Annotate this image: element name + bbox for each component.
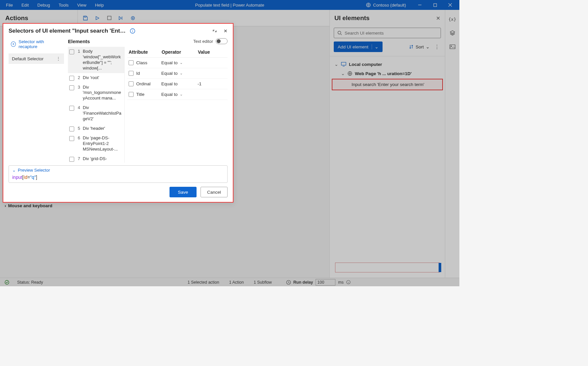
chevron-down-icon: ⌄ [180, 71, 183, 75]
variables-icon[interactable]: {x} [449, 15, 456, 23]
status-selected: 1 Selected action [188, 280, 219, 285]
sort-icon [409, 44, 414, 49]
element-checkbox[interactable] [69, 76, 74, 81]
menu-view[interactable]: View [77, 3, 86, 8]
svg-rect-12 [450, 45, 455, 49]
svg-point-14 [338, 31, 341, 34]
attribute-row[interactable]: Id Equal to ⌄ [127, 68, 228, 79]
element-index: 7 [77, 156, 80, 161]
elements-list[interactable]: 1 Body 'window["_webWorkerBundle"] = "";… [68, 47, 125, 163]
preview-selector-code: input[Id="q"] [12, 173, 224, 181]
tree-webpage-label: Web Page 'h ... uration=1D' [355, 71, 412, 76]
element-row[interactable]: 5 Div 'header' [68, 124, 124, 133]
tree-webpage[interactable]: ⌄ Web Page 'h ... uration=1D' [330, 69, 445, 78]
element-row[interactable]: 6 Div 'page-DS-EntryPoint1-2 MSNewsLayou… [68, 133, 124, 154]
element-row[interactable]: 2 Div 'root' [68, 73, 124, 83]
dialog-title: Selectors of UI element "Input search 'E… [9, 28, 127, 34]
toggle-switch[interactable] [216, 38, 228, 44]
element-row[interactable]: 7 Div 'grid-DS- [68, 154, 124, 163]
element-checkbox[interactable] [69, 127, 74, 131]
element-checkbox[interactable] [69, 157, 74, 162]
step-icon[interactable] [118, 15, 124, 21]
element-checkbox[interactable] [69, 136, 74, 141]
element-label: Body 'window["_webWorkerBundle"] = ""; w… [83, 49, 123, 71]
tree-root[interactable]: ⌄ Local computer [330, 60, 445, 69]
element-label: Div 'root' [83, 75, 123, 81]
run-icon[interactable] [94, 15, 100, 21]
stop-icon[interactable] [106, 15, 112, 21]
attribute-checkbox[interactable] [129, 71, 134, 76]
clock-icon [286, 280, 291, 285]
menu-tools[interactable]: Tools [59, 3, 69, 8]
expand-icon[interactable] [212, 29, 217, 33]
minimize-button[interactable] [413, 0, 426, 10]
run-delay-input[interactable]: 100 [316, 279, 335, 286]
menu-file[interactable]: File [6, 3, 13, 8]
attribute-row[interactable]: Class Equal to ⌄ [127, 58, 228, 68]
environment-icon [366, 2, 371, 8]
element-label: Div 'page-DS-EntryPoint1-2 MSNewsLayout-… [83, 135, 123, 152]
preview-selector-toggle[interactable]: ⌄ Preview Selector [12, 168, 224, 173]
sort-button[interactable]: Sort ⌄ [409, 44, 430, 49]
attr-col-attribute: Attribute [129, 49, 162, 55]
attribute-value[interactable]: -1 [198, 81, 226, 86]
attribute-operator[interactable]: Equal to ⌄ [161, 71, 198, 76]
search-icon [337, 31, 342, 35]
search-ui-elements[interactable] [334, 28, 441, 38]
save-button[interactable]: Save [170, 187, 197, 197]
element-row[interactable]: 3 Div 'msn_logomsnmoneyAccount mana... [68, 83, 124, 103]
element-index: 6 [77, 135, 80, 140]
selector-with-recapture-button[interactable]: + Selector with recapture [9, 36, 64, 52]
add-ui-element-button[interactable]: Add UI element ⌄ [334, 42, 383, 52]
menubar: File Edit Debug Tools View Help [6, 3, 104, 8]
elements-heading: Elements [68, 39, 90, 44]
images-icon[interactable] [449, 43, 456, 51]
svg-text:i: i [348, 281, 349, 284]
element-checkbox[interactable] [69, 85, 74, 90]
attribute-checkbox[interactable] [129, 81, 134, 86]
close-window-button[interactable] [444, 0, 457, 10]
run-delay-label: Run delay [294, 280, 313, 285]
element-row[interactable]: 4 Div 'FinanceWatchlistPageV2' [68, 103, 124, 124]
menu-edit[interactable]: Edit [21, 3, 29, 8]
more-icon[interactable]: ⋮ [56, 56, 61, 61]
menu-help[interactable]: Help [95, 3, 104, 8]
menu-debug[interactable]: Debug [37, 3, 50, 8]
attribute-operator[interactable]: Equal to [161, 81, 198, 86]
info-icon[interactable]: i [130, 28, 135, 34]
tree-selected-label: Input search 'Enter your search term' [352, 82, 424, 87]
save-icon[interactable] [82, 15, 88, 21]
record-icon[interactable] [130, 15, 136, 21]
environment-picker[interactable]: Contoso (default) [366, 2, 406, 8]
text-editor-toggle[interactable]: Text editor [193, 38, 228, 44]
maximize-button[interactable] [428, 0, 442, 10]
attr-col-value: Value [198, 49, 226, 55]
ui-elements-icon[interactable] [449, 29, 456, 37]
attribute-checkbox[interactable] [129, 92, 134, 97]
search-ui-input[interactable] [345, 31, 437, 36]
preview-selector-label: Preview Selector [18, 168, 50, 173]
attribute-row[interactable]: Title Equal to ⌄ [127, 89, 228, 100]
element-checkbox[interactable] [69, 106, 74, 111]
default-selector-item[interactable]: Default Selector ⋮ [9, 53, 64, 64]
element-index: 3 [77, 85, 80, 90]
attribute-checkbox[interactable] [129, 60, 134, 65]
actions-panel-title: Actions [0, 14, 77, 22]
close-dialog-button[interactable]: ✕ [224, 28, 228, 34]
tree-selected-element[interactable]: Input search 'Enter your search term' [332, 79, 443, 90]
chevron-down-icon[interactable]: ⌄ [372, 44, 379, 49]
close-panel-button[interactable]: ✕ [436, 15, 440, 21]
attribute-operator[interactable]: Equal to ⌄ [161, 92, 198, 97]
attribute-operator[interactable]: Equal to ⌄ [161, 60, 198, 65]
more-options-button[interactable]: ⋮ [433, 44, 441, 50]
info-icon[interactable]: i [346, 280, 351, 284]
attribute-name: Class [136, 60, 161, 65]
cancel-button[interactable]: Cancel [201, 187, 228, 197]
actions-category[interactable]: › Mouse and keyboard [5, 203, 52, 208]
attribute-row[interactable]: Ordinal Equal to -1 [127, 79, 228, 89]
attribute-name: Title [136, 92, 161, 97]
element-checkbox[interactable] [69, 49, 74, 54]
element-row[interactable]: 1 Body 'window["_webWorkerBundle"] = "";… [68, 47, 124, 73]
svg-point-19 [5, 280, 9, 284]
chevron-down-icon: ⌄ [334, 62, 338, 67]
